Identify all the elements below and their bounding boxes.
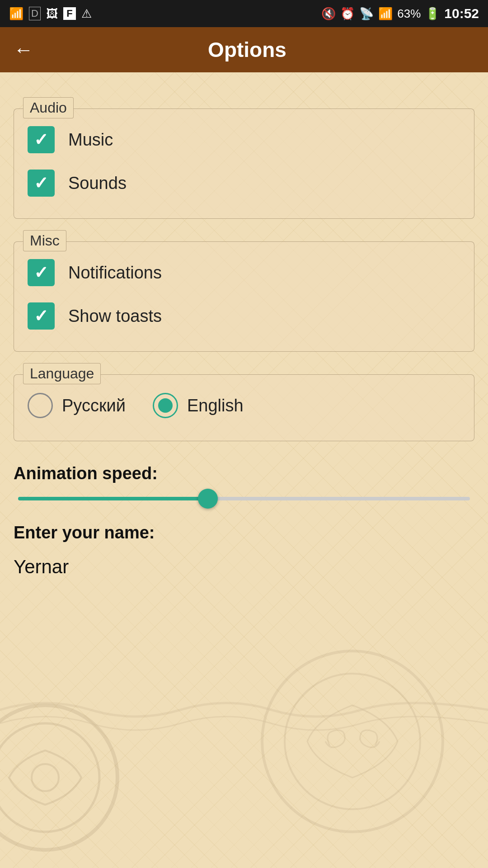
clock-display: 10:52 <box>444 6 479 21</box>
english-label: English <box>187 396 244 415</box>
music-row[interactable]: ✓ Music <box>28 118 460 161</box>
misc-section-label: Misc <box>23 230 66 251</box>
battery-percent: 63% <box>397 7 421 21</box>
audio-section-label: Audio <box>23 97 74 118</box>
name-field-value[interactable]: Yernar <box>14 552 474 582</box>
notifications-check-icon: ✓ <box>34 264 48 281</box>
svg-point-0 <box>0 705 117 850</box>
warning-icon: ⚠ <box>81 7 92 21</box>
animation-speed-label: Animation speed: <box>14 464 474 483</box>
mute-icon: 🔇 <box>321 7 336 21</box>
alarm-icon: ⏰ <box>340 7 355 21</box>
sounds-label: Sounds <box>68 174 127 193</box>
animation-speed-section: Animation speed: <box>14 464 474 500</box>
english-radio-button[interactable] <box>153 393 178 418</box>
music-check-icon: ✓ <box>34 131 48 148</box>
name-section: Enter your name: Yernar <box>14 523 474 582</box>
animation-speed-slider-fill <box>18 497 208 500</box>
audio-section: Audio ✓ Music ✓ Sounds <box>14 108 474 219</box>
flip-icon: F <box>63 7 76 20</box>
svg-point-4 <box>285 674 420 809</box>
russian-option[interactable]: Русский <box>28 393 126 418</box>
top-bar: ← Options <box>0 27 488 72</box>
language-options: Русский English <box>28 384 460 427</box>
background-decoration <box>0 597 488 868</box>
misc-section: Misc ✓ Notifications ✓ Show toasts <box>14 241 474 352</box>
status-left-icons: 📶 D 🖼 F ⚠ <box>9 7 92 21</box>
russian-label: Русский <box>62 396 126 415</box>
svg-point-2 <box>32 764 59 791</box>
animation-speed-slider-thumb[interactable] <box>198 489 218 509</box>
data-icon: D <box>29 7 41 20</box>
sounds-checkbox[interactable]: ✓ <box>28 170 55 197</box>
page-title: Options <box>47 38 447 62</box>
notifications-checkbox[interactable]: ✓ <box>28 259 55 286</box>
language-section-label: Language <box>23 363 101 384</box>
music-label: Music <box>68 130 113 150</box>
music-checkbox[interactable]: ✓ <box>28 126 55 153</box>
notifications-row[interactable]: ✓ Notifications <box>28 251 460 294</box>
wifi-icon: 📶 <box>9 7 23 21</box>
show-toasts-row[interactable]: ✓ Show toasts <box>28 294 460 338</box>
options-content: Audio ✓ Music ✓ Sounds Misc ✓ Notificati… <box>0 72 488 600</box>
back-button[interactable]: ← <box>14 38 33 61</box>
battery-icon: 🔋 <box>425 7 440 21</box>
show-toasts-label: Show toasts <box>68 307 162 326</box>
show-toasts-check-icon: ✓ <box>34 307 48 325</box>
english-option[interactable]: English <box>153 393 244 418</box>
russian-radio-button[interactable] <box>28 393 53 418</box>
svg-point-1 <box>0 723 99 832</box>
status-bar: 📶 D 🖼 F ⚠ 🔇 ⏰ 📡 📶 63% 🔋 10:52 <box>0 0 488 27</box>
signal-bars-icon: 📶 <box>378 7 393 21</box>
english-radio-selected-dot <box>158 398 173 413</box>
show-toasts-checkbox[interactable]: ✓ <box>28 302 55 330</box>
animation-speed-slider-track[interactable] <box>18 497 470 500</box>
wifi2-icon: 📡 <box>359 7 374 21</box>
sounds-row[interactable]: ✓ Sounds <box>28 161 460 205</box>
status-right-icons: 🔇 ⏰ 📡 📶 63% 🔋 10:52 <box>321 6 479 21</box>
sounds-check-icon: ✓ <box>34 175 48 192</box>
image-icon: 🖼 <box>46 7 58 21</box>
language-section: Language Русский English <box>14 374 474 441</box>
svg-point-3 <box>262 651 443 832</box>
notifications-label: Notifications <box>68 263 162 283</box>
name-field-label: Enter your name: <box>14 523 474 542</box>
